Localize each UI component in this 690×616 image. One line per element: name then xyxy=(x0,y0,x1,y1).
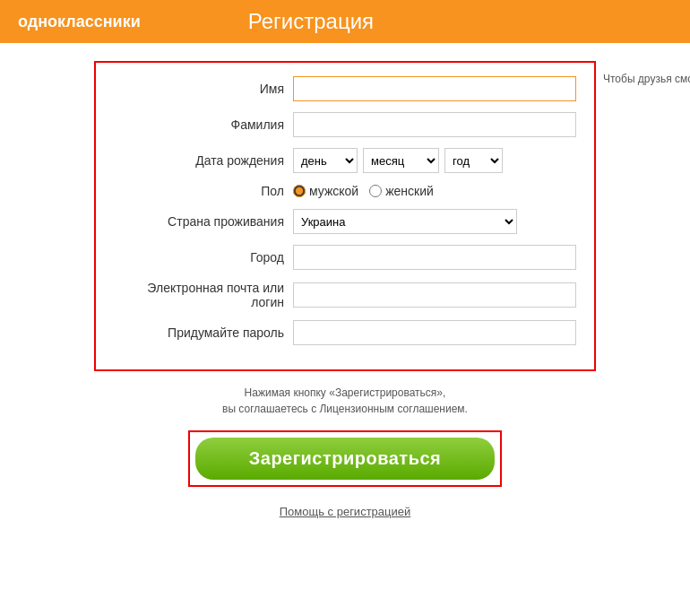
main-content: Имя Фамилия Дата рождения день месяц xyxy=(0,43,690,616)
surname-row: Фамилия xyxy=(114,112,576,137)
surname-input[interactable] xyxy=(293,112,576,137)
country-label: Страна проживания xyxy=(114,214,293,229)
gender-female-option[interactable]: женский xyxy=(369,184,434,198)
city-label: Город xyxy=(114,250,293,265)
name-input[interactable] xyxy=(293,76,576,101)
password-row: Придумайте пароль xyxy=(114,320,576,345)
gender-options: мужской женский xyxy=(293,184,434,198)
gender-female-label: женский xyxy=(385,184,434,198)
password-label: Придумайте пароль xyxy=(114,325,293,340)
email-row: Электронная почта или логин xyxy=(114,281,576,309)
date-selects: день месяц год xyxy=(293,148,508,173)
register-button[interactable]: Зарегистрироваться xyxy=(195,438,496,480)
register-button-wrapper: Зарегистрироваться xyxy=(188,430,503,487)
gender-label: Пол xyxy=(114,184,293,198)
header: одноклассники Регистрация xyxy=(0,0,690,43)
birthdate-row: Дата рождения день месяц год xyxy=(114,148,576,173)
gender-male-radio[interactable] xyxy=(293,185,306,197)
birthdate-label: Дата рождения xyxy=(114,153,293,168)
email-input[interactable] xyxy=(293,282,576,308)
city-input[interactable] xyxy=(293,245,576,270)
country-row: Страна проживания Украина xyxy=(114,209,576,234)
name-label: Имя xyxy=(114,82,293,96)
gender-male-label: мужской xyxy=(309,184,358,198)
gender-male-option[interactable]: мужской xyxy=(293,184,358,198)
header-logo: одноклассники xyxy=(18,13,141,31)
email-label: Электронная почта или логин xyxy=(114,281,293,309)
hint-text: Чтобы друзья смогли узнать вас, xyxy=(603,72,690,87)
password-input[interactable] xyxy=(293,320,576,345)
surname-label: Фамилия xyxy=(114,117,293,132)
city-row: Город xyxy=(114,245,576,270)
help-link[interactable]: Помощь с регистрацией xyxy=(280,505,411,518)
header-title: Регистрация xyxy=(248,9,374,34)
year-select[interactable]: год xyxy=(444,148,503,173)
registration-form: Имя Фамилия Дата рождения день месяц xyxy=(94,61,596,371)
gender-row: Пол мужской женский xyxy=(114,184,576,198)
gender-female-radio[interactable] xyxy=(369,185,382,197)
terms-text: Нажимая кнопку «Зарегистрироваться», вы … xyxy=(222,385,468,417)
month-select[interactable]: месяц xyxy=(363,148,439,173)
country-select[interactable]: Украина xyxy=(293,209,517,234)
name-row: Имя xyxy=(114,76,576,101)
day-select[interactable]: день xyxy=(293,148,358,173)
